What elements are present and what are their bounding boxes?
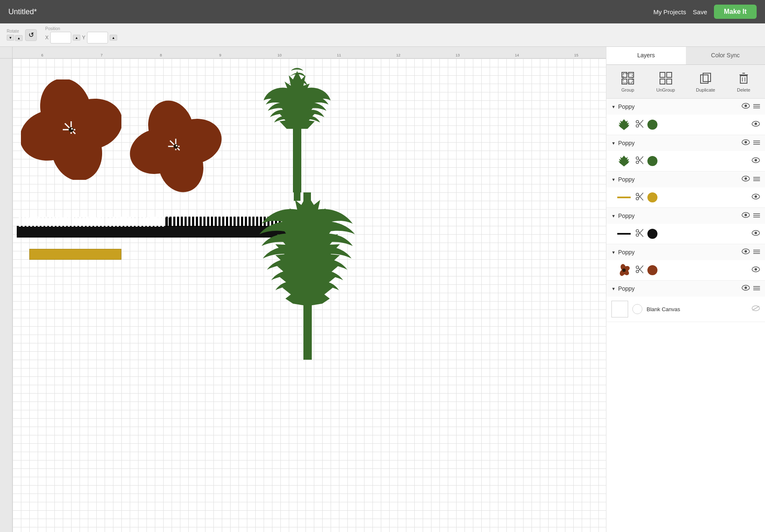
svg-rect-29 <box>52 217 54 227</box>
layer-thumb-1 <box>616 117 632 132</box>
layer-menu-4[interactable] <box>753 212 760 219</box>
svg-point-17 <box>176 145 177 146</box>
main-content: 6789101112131415 <box>0 47 765 532</box>
ruler-tick-7: 7 <box>72 53 131 57</box>
svg-rect-59 <box>153 217 154 227</box>
make-it-button[interactable]: Make It <box>714 5 757 19</box>
position-inputs: X ▲ Y ▲ <box>45 32 117 43</box>
layer-thumb-2 <box>616 153 632 169</box>
layer-eye-3[interactable] <box>742 176 750 183</box>
y-up-arrow[interactable]: ▲ <box>110 35 117 41</box>
layer-header-5[interactable]: ▼ Poppy <box>606 244 765 260</box>
ruler-tick-15: 15 <box>547 53 606 57</box>
svg-rect-58 <box>149 217 151 227</box>
svg-rect-147 <box>623 74 632 83</box>
layer-name-1: Poppy <box>618 103 742 110</box>
layer-group-3: ▼ Poppy <box>606 171 765 208</box>
layer-item-eye-1[interactable] <box>752 121 760 128</box>
svg-point-8 <box>71 128 73 130</box>
svg-rect-22 <box>29 217 31 227</box>
layer-eye-4[interactable] <box>742 212 750 220</box>
svg-point-192 <box>755 195 757 198</box>
svg-point-194 <box>744 214 747 216</box>
layer-header-6[interactable]: ▼ Poppy <box>606 281 765 297</box>
layer-eye-1[interactable] <box>742 103 750 110</box>
group-button[interactable]: Group <box>617 69 639 94</box>
svg-rect-57 <box>146 217 148 227</box>
layer-header-3[interactable]: ▼ Poppy <box>606 171 765 187</box>
layer-menu-5[interactable] <box>753 249 760 256</box>
layers-list: ▼ Poppy ▼ Poppy ▼ Poppy <box>606 99 765 532</box>
blank-color-circle <box>632 304 642 314</box>
x-input[interactable] <box>50 32 71 43</box>
svg-rect-52 <box>129 217 131 227</box>
svg-rect-31 <box>59 217 61 227</box>
tab-color-sync[interactable]: Color Sync <box>686 47 765 64</box>
blank-canvas-eye[interactable] <box>752 305 760 313</box>
rotate-icon-button[interactable]: ↺ <box>25 29 37 41</box>
layer-header-2[interactable]: ▼ Poppy <box>606 135 765 151</box>
canvas-content[interactable]: // This will be rendered statically <box>13 59 606 532</box>
layer-menu-6[interactable] <box>753 285 760 292</box>
layer-item-eye-3[interactable] <box>752 194 760 201</box>
canvas-area[interactable]: 6789101112131415 <box>0 47 606 532</box>
layer-items-1 <box>606 115 765 135</box>
svg-rect-44 <box>103 217 104 227</box>
x-label: X <box>45 35 49 41</box>
tab-layers[interactable]: Layers <box>606 47 686 64</box>
svg-point-204 <box>755 232 757 234</box>
svg-line-226 <box>752 306 759 310</box>
layer-triangle-3: ▼ <box>611 177 616 182</box>
layer-group-1: ▼ Poppy <box>606 99 765 135</box>
rotate-down-arrow[interactable]: ▼ <box>7 35 14 41</box>
poppy-stem-top[interactable] <box>259 67 335 201</box>
ungroup-icon <box>658 71 673 86</box>
svg-rect-148 <box>660 72 665 77</box>
svg-point-214 <box>622 269 626 272</box>
save-button[interactable]: Save <box>693 8 707 15</box>
ruler-tick-8: 8 <box>131 53 191 57</box>
layer-header-4[interactable]: ▼ Poppy <box>606 208 765 224</box>
layer-item-eye-5[interactable] <box>752 266 760 274</box>
svg-rect-23 <box>32 217 34 227</box>
canvas-grid[interactable]: // This will be rendered statically <box>13 59 606 532</box>
svg-rect-61 <box>159 217 161 227</box>
layer-eye-5[interactable] <box>742 248 750 256</box>
layer-menu-2[interactable] <box>753 140 760 146</box>
layer-item-eye-2[interactable] <box>752 157 760 165</box>
svg-rect-54 <box>136 217 138 227</box>
layer-triangle-1: ▼ <box>611 105 616 109</box>
layer-thumb-5 <box>616 263 632 278</box>
ruler-tick-14: 14 <box>487 53 547 57</box>
poppy-stem-bottom[interactable] <box>259 192 356 360</box>
svg-rect-51 <box>126 217 128 227</box>
y-input[interactable] <box>87 32 108 43</box>
svg-line-166 <box>639 122 644 128</box>
layer-items-2 <box>606 151 765 171</box>
layer-color-dot-3 <box>647 192 657 202</box>
layer-items-4 <box>606 224 765 244</box>
layer-menu-1[interactable] <box>753 103 760 110</box>
layer-name-2: Poppy <box>618 140 742 146</box>
blank-canvas-label: Blank Canvas <box>647 306 680 312</box>
svg-rect-56 <box>143 217 144 227</box>
svg-line-177 <box>639 159 644 164</box>
my-projects-button[interactable]: My Projects <box>653 8 686 15</box>
x-up-arrow[interactable]: ▲ <box>73 35 80 41</box>
delete-button[interactable]: Delete <box>733 69 755 94</box>
poppy-flower-2[interactable] <box>130 100 222 192</box>
layer-eye-6[interactable] <box>742 285 750 292</box>
ruler-vertical <box>0 47 13 532</box>
rotate-up-arrow[interactable]: ▲ <box>15 35 23 41</box>
svg-point-206 <box>744 250 747 253</box>
header-actions: My Projects Save Make It <box>653 5 757 19</box>
svg-rect-27 <box>46 217 47 227</box>
layer-eye-2[interactable] <box>742 139 750 147</box>
layer-menu-3[interactable] <box>753 176 760 183</box>
layer-item-eye-4[interactable] <box>752 230 760 238</box>
svg-line-167 <box>639 120 644 125</box>
layer-header-1[interactable]: ▼ Poppy <box>606 99 765 115</box>
duplicate-button[interactable]: Duplicate <box>693 69 719 94</box>
ungroup-button[interactable]: UnGroup <box>653 69 678 94</box>
poppy-flower-1[interactable] <box>21 79 121 180</box>
